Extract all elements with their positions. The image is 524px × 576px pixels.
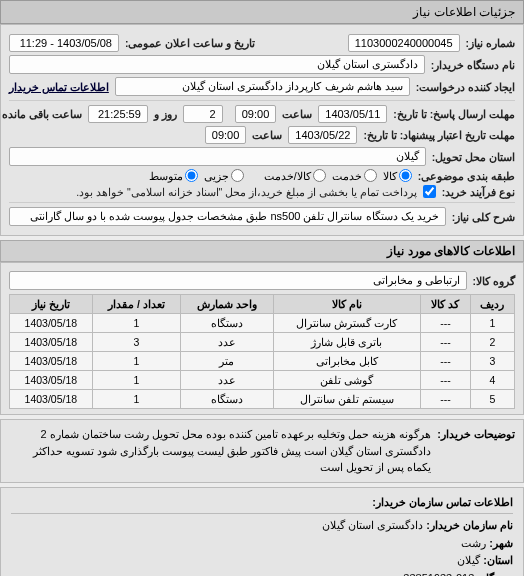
- cell-need_date: 1403/05/18: [10, 352, 93, 371]
- table-row: 3---کابل مخابراتیمتر11403/05/18: [10, 352, 515, 371]
- deadline-reply-date: 1403/05/11: [318, 105, 387, 123]
- need-info-panel: شماره نیاز: 1103000240000045 تاریخ و ساع…: [0, 24, 524, 236]
- budget-label: طبقه بندی موضوعی:: [418, 170, 515, 182]
- radio-medium[interactable]: متوسط: [149, 169, 198, 182]
- buyer-org-value: دادگستری استان گیلان: [9, 55, 425, 74]
- validity-date: 1403/05/22: [288, 126, 357, 144]
- cell-need_date: 1403/05/18: [10, 390, 93, 409]
- days-left: 2: [183, 105, 223, 123]
- radio-goods[interactable]: کالا: [383, 169, 412, 182]
- subject-value: خرید یک دستگاه سانترال تلفن ns500 طبق مش…: [9, 207, 446, 226]
- radio-service-input[interactable]: [364, 169, 377, 182]
- cell-code: ---: [421, 333, 471, 352]
- radio-goods-service[interactable]: کالا/خدمت: [264, 169, 326, 182]
- cell-unit: دستگاه: [181, 390, 274, 409]
- radio-partial-input[interactable]: [231, 169, 244, 182]
- cell-name: گوشی تلفن: [273, 371, 421, 390]
- number-value: 1103000240000045: [348, 34, 460, 52]
- table-row: 5---سیستم تلفن سانترالدستگاه11403/05/18: [10, 390, 515, 409]
- buyer-desc-box: توضیحات خریدار: هرگونه هزینه حمل وتخلیه …: [0, 419, 524, 483]
- col-row: ردیف: [470, 295, 514, 314]
- items-section-title: اطلاعات کالاهای مورد نیاز: [0, 240, 524, 262]
- cell-unit: دستگاه: [181, 314, 274, 333]
- deadline-reply-time: 09:00: [235, 105, 277, 123]
- c-province: گیلان: [457, 554, 480, 566]
- c-fax-label: دورنگار:: [477, 572, 513, 576]
- requester-label: ایجاد کننده درخواست:: [416, 81, 515, 93]
- col-need-date: تاریخ نیاز: [10, 295, 93, 314]
- radio-gs-text: کالا/خدمت: [264, 170, 311, 182]
- radio-goods-input[interactable]: [399, 169, 412, 182]
- remaining-suffix: ساعت باقی مانده: [2, 108, 82, 120]
- table-row: 4---گوشی تلفنعدد11403/05/18: [10, 371, 515, 390]
- time-label-1: ساعت: [282, 108, 312, 120]
- cell-need_date: 1403/05/18: [10, 371, 93, 390]
- requester-value: سید هاشم شریف کارپرداز دادگستری استان گی…: [115, 77, 410, 96]
- cell-unit: عدد: [181, 333, 274, 352]
- group-value: ارتباطی و مخابراتی: [9, 271, 467, 290]
- col-name: نام کالا: [273, 295, 421, 314]
- cell-qty: 1: [92, 314, 180, 333]
- radio-service-text: خدمت: [332, 170, 362, 182]
- cell-row: 5: [470, 390, 514, 409]
- col-unit: واحد شمارش: [181, 295, 274, 314]
- items-panel: گروه کالا: ارتباطی و مخابراتی ردیف کد کا…: [0, 262, 524, 415]
- c-city: رشت: [461, 537, 486, 549]
- validity-label: مهلت تاریخ اعتبار پیشنهاد: تا تاریخ:: [363, 129, 515, 141]
- cell-code: ---: [421, 314, 471, 333]
- cod-note: پرداخت تمام یا بخشی از مبلغ خرید،از محل …: [76, 186, 416, 198]
- validity-time: 09:00: [205, 126, 247, 144]
- cell-code: ---: [421, 371, 471, 390]
- cell-qty: 1: [92, 390, 180, 409]
- c-org-label: نام سازمان خریدار:: [426, 519, 513, 531]
- cell-row: 3: [470, 352, 514, 371]
- cell-row: 1: [470, 314, 514, 333]
- radio-partial-text: جزیی: [204, 170, 229, 182]
- c-province-label: استان:: [483, 554, 513, 566]
- province-value: گیلان: [9, 147, 426, 166]
- buyer-org-label: نام دستگاه خریدار:: [431, 59, 515, 71]
- remaining-time: 21:25:59: [88, 105, 148, 123]
- cell-unit: متر: [181, 352, 274, 371]
- cell-name: سیستم تلفن سانترال: [273, 390, 421, 409]
- cell-code: ---: [421, 390, 471, 409]
- buyer-desc-text: هرگونه هزینه حمل وتخلیه برعهده تامین کنن…: [9, 426, 431, 476]
- deadline-reply-label: مهلت ارسال پاسخ: تا تاریخ:: [393, 108, 515, 120]
- table-row: 2---باتری قابل شارژعدد31403/05/18: [10, 333, 515, 352]
- cell-name: کارت گسترش سانترال: [273, 314, 421, 333]
- c-city-label: شهر:: [489, 537, 513, 549]
- radio-medium-text: متوسط: [149, 170, 183, 182]
- panel-title: جزئیات اطلاعات نیاز: [0, 0, 524, 24]
- table-row: 1---کارت گسترش سانترالدستگاه11403/05/18: [10, 314, 515, 333]
- announce-label: تاریخ و ساعت اعلان عمومی:: [125, 37, 255, 49]
- cell-need_date: 1403/05/18: [10, 333, 93, 352]
- cell-row: 4: [470, 371, 514, 390]
- cod-checkbox[interactable]: [423, 185, 436, 198]
- col-code: کد کالا: [421, 295, 471, 314]
- announce-value: 1403/05/08 - 11:29: [9, 34, 119, 52]
- radio-partial[interactable]: جزیی: [204, 169, 244, 182]
- cell-unit: عدد: [181, 371, 274, 390]
- cell-qty: 1: [92, 371, 180, 390]
- contact-link[interactable]: اطلاعات تماس خریدار: [9, 81, 109, 93]
- radio-service[interactable]: خدمت: [332, 169, 377, 182]
- group-label: گروه کالا:: [473, 275, 515, 287]
- number-label: شماره نیاز:: [466, 37, 515, 49]
- cell-row: 2: [470, 333, 514, 352]
- contact-panel: اطلاعات تماس سازمان خریدار: نام سازمان خ…: [0, 487, 524, 577]
- radio-goods-text: کالا: [383, 170, 397, 182]
- radio-gs-input[interactable]: [313, 169, 326, 182]
- cell-qty: 3: [92, 333, 180, 352]
- items-table: ردیف کد کالا نام کالا واحد شمارش تعداد /…: [9, 294, 515, 409]
- province-label: استان محل تحویل:: [432, 151, 515, 163]
- cell-code: ---: [421, 352, 471, 371]
- cod-label: نوع فرآیند خرید:: [442, 186, 515, 198]
- cell-name: کابل مخابراتی: [273, 352, 421, 371]
- cell-qty: 1: [92, 352, 180, 371]
- radio-medium-input[interactable]: [185, 169, 198, 182]
- subject-label: شرح کلی نیاز:: [452, 211, 515, 223]
- c-org: دادگستری استان گیلان: [322, 519, 423, 531]
- cell-name: باتری قابل شارژ: [273, 333, 421, 352]
- buyer-desc-label: توضیحات خریدار:: [437, 426, 515, 476]
- c-fax: 013-33851633: [403, 572, 474, 576]
